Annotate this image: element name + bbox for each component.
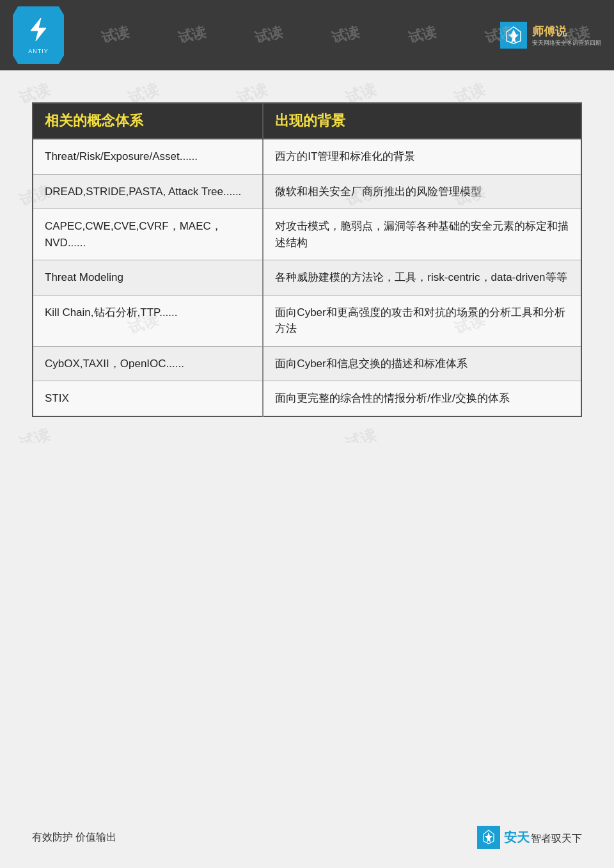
table-row: DREAD,STRIDE,PASTA, Attack Tree......微软和… [33,174,581,209]
table-cell-background: 面向更完整的综合性的情报分析/作业/交换的体系 [263,381,581,416]
logo-text: ANTIY [28,48,49,54]
logo-icon [27,17,50,45]
table-cell-background: 微软和相关安全厂商所推出的风险管理模型 [263,174,581,209]
table-cell-background: 对攻击模式，脆弱点，漏洞等各种基础的安全元素的标定和描述结构 [263,209,581,260]
table-cell-background: 面向Cyber和信息交换的描述和标准体系 [263,346,581,381]
footer-brand-name: 安天 [504,830,530,844]
footer-tagline: 有效防护 价值输出 [32,831,116,844]
watermark-2: 试读 [99,22,131,48]
table-row: STIX面向更完整的综合性的情报分析/作业/交换的体系 [33,381,581,416]
col1-header: 相关的概念体系 [33,103,263,139]
brand-name: 师傅说 [532,24,601,39]
main-content: 试读 试读 试读 试读 试读 试读 试读 试读 试读 试读 试读 试读 试读 试… [0,70,614,443]
header: 试读 试读 试读 试读 试读 试读 试读 试读 ANTIY 师傅说 [0,0,614,70]
table-row: Kill Chain,钻石分析,TTP......面向Cyber和更高强度的攻击… [33,295,581,346]
table-cell-background: 西方的IT管理和标准化的背景 [263,139,581,174]
table-cell-concept: CybOX,TAXII，OpenIOC...... [33,346,263,381]
watermark-6: 试读 [406,22,438,48]
col2-header: 出现的背景 [263,103,581,139]
footer-brand-sub: 智者驭天下 [531,833,582,844]
watermark-4: 试读 [253,22,285,48]
table-row: CybOX,TAXII，OpenIOC......面向Cyber和信息交换的描述… [33,346,581,381]
table-cell-concept: Kill Chain,钻石分析,TTP...... [33,295,263,346]
table-cell-background: 各种威胁建模的方法论，工具，risk-centric，data-driven等等 [263,260,581,296]
footer-logo-box [477,826,500,849]
table-cell-concept: Threat Modeling [33,260,263,296]
table-row: Threat Modeling各种威胁建模的方法论，工具，risk-centri… [33,260,581,296]
footer-brand: 安天智者驭天下 [477,826,582,849]
table-row: CAPEC,CWE,CVE,CVRF，MAEC，NVD......对攻击模式，脆… [33,209,581,260]
table-cell-concept: STIX [33,381,263,416]
header-brand: 师傅说 安天网络安全冬训营第四期 [500,22,601,49]
table-cell-background: 面向Cyber和更高强度的攻击和对抗的场景的分析工具和分析方法 [263,295,581,346]
brand-sub: 安天网络安全冬训营第四期 [532,39,601,47]
footer-brand-text: 安天智者驭天下 [504,829,582,846]
table-row: Threat/Risk/Exposure/Asset......西方的IT管理和… [33,139,581,174]
mw11: 试读 [17,424,52,443]
logo: ANTIY [13,6,64,64]
table-cell-concept: CAPEC,CWE,CVE,CVRF，MAEC，NVD...... [33,209,263,260]
footer: 有效防护 价值输出 安天智者驭天下 [32,826,582,849]
table-cell-concept: Threat/Risk/Exposure/Asset...... [33,139,263,174]
mw12: 试读 [343,424,379,443]
table-cell-concept: DREAD,STRIDE,PASTA, Attack Tree...... [33,174,263,209]
concept-table: 相关的概念体系 出现的背景 Threat/Risk/Exposure/Asset… [32,102,582,417]
watermark-3: 试读 [176,22,208,48]
watermark-5: 试读 [329,22,361,48]
